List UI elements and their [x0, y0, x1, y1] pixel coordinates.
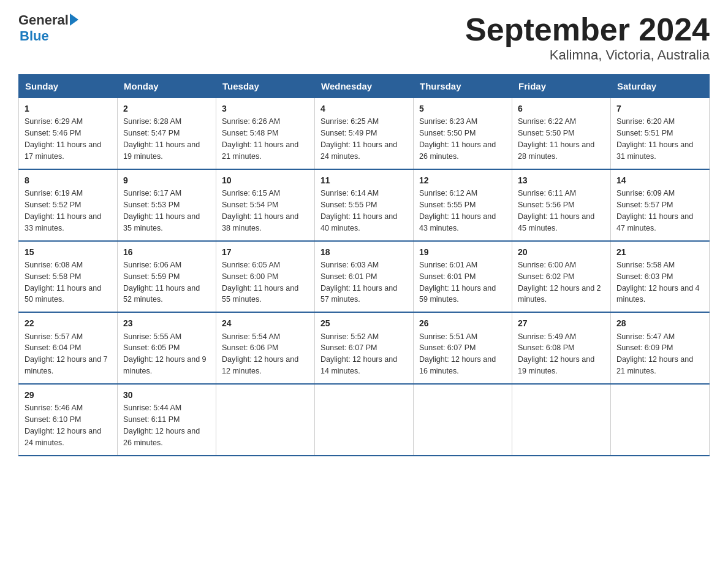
table-row: 21Sunrise: 5:58 AMSunset: 6:03 PMDayligh…	[611, 241, 710, 313]
day-info: Sunrise: 6:03 AMSunset: 6:01 PMDaylight:…	[320, 261, 397, 304]
day-info: Sunrise: 5:46 AMSunset: 6:10 PMDaylight:…	[25, 404, 101, 447]
day-info: Sunrise: 5:47 AMSunset: 6:09 PMDaylight:…	[616, 332, 693, 376]
day-info: Sunrise: 6:00 AMSunset: 6:02 PMDaylight:…	[518, 261, 601, 304]
day-number: 27	[518, 317, 605, 329]
table-row: 12Sunrise: 6:12 AMSunset: 5:55 PMDayligh…	[414, 169, 512, 241]
table-row: 27Sunrise: 5:49 AMSunset: 6:08 PMDayligh…	[512, 312, 611, 384]
table-row: 14Sunrise: 6:09 AMSunset: 5:57 PMDayligh…	[611, 169, 710, 241]
week-row-5: 29Sunrise: 5:46 AMSunset: 6:10 PMDayligh…	[19, 384, 710, 456]
calendar-table: Sunday Monday Tuesday Wednesday Thursday…	[18, 74, 710, 456]
table-row: 7Sunrise: 6:20 AMSunset: 5:51 PMDaylight…	[611, 98, 710, 169]
day-info: Sunrise: 6:14 AMSunset: 5:55 PMDaylight:…	[320, 189, 397, 232]
day-number: 26	[419, 317, 506, 329]
day-info: Sunrise: 6:23 AMSunset: 5:50 PMDaylight:…	[419, 117, 496, 161]
day-number: 11	[320, 174, 408, 186]
day-number: 10	[222, 174, 309, 186]
col-sunday: Sunday	[19, 75, 118, 98]
day-number: 4	[320, 102, 408, 115]
col-friday: Friday	[512, 75, 611, 98]
week-row-4: 22Sunrise: 5:57 AMSunset: 6:04 PMDayligh…	[19, 312, 710, 384]
day-number: 30	[123, 389, 210, 401]
day-number: 2	[123, 102, 210, 115]
table-row	[216, 384, 315, 456]
day-number: 24	[222, 317, 309, 329]
col-wednesday: Wednesday	[315, 75, 414, 98]
day-number: 12	[419, 174, 506, 186]
day-number: 19	[419, 246, 506, 258]
logo-general-text: General	[18, 12, 69, 28]
day-number: 3	[222, 102, 309, 115]
day-number: 25	[320, 317, 408, 329]
table-row: 11Sunrise: 6:14 AMSunset: 5:55 PMDayligh…	[315, 169, 414, 241]
table-row: 16Sunrise: 6:06 AMSunset: 5:59 PMDayligh…	[118, 241, 216, 313]
table-row: 10Sunrise: 6:15 AMSunset: 5:54 PMDayligh…	[216, 169, 315, 241]
table-row: 19Sunrise: 6:01 AMSunset: 6:01 PMDayligh…	[414, 241, 512, 313]
table-row: 18Sunrise: 6:03 AMSunset: 6:01 PMDayligh…	[315, 241, 414, 313]
table-row: 28Sunrise: 5:47 AMSunset: 6:09 PMDayligh…	[611, 312, 710, 384]
table-row: 26Sunrise: 5:51 AMSunset: 6:07 PMDayligh…	[414, 312, 512, 384]
page-header: General Blue September 2024 Kalimna, Vic…	[18, 12, 710, 63]
table-row: 29Sunrise: 5:46 AMSunset: 6:10 PMDayligh…	[19, 384, 118, 456]
day-info: Sunrise: 6:05 AMSunset: 6:00 PMDaylight:…	[222, 261, 298, 304]
day-info: Sunrise: 6:15 AMSunset: 5:54 PMDaylight:…	[222, 189, 298, 232]
day-info: Sunrise: 5:49 AMSunset: 6:08 PMDaylight:…	[518, 332, 594, 376]
col-thursday: Thursday	[414, 75, 512, 98]
day-info: Sunrise: 6:01 AMSunset: 6:01 PMDaylight:…	[419, 261, 496, 304]
day-number: 15	[25, 246, 112, 258]
table-row	[512, 384, 611, 456]
table-row: 5Sunrise: 6:23 AMSunset: 5:50 PMDaylight…	[414, 98, 512, 169]
day-info: Sunrise: 6:28 AMSunset: 5:47 PMDaylight:…	[123, 117, 200, 161]
day-number: 29	[25, 389, 112, 401]
logo-line1: General	[18, 12, 78, 28]
day-number: 9	[123, 174, 210, 186]
col-tuesday: Tuesday	[216, 75, 315, 98]
day-number: 1	[25, 102, 112, 115]
day-info: Sunrise: 6:20 AMSunset: 5:51 PMDaylight:…	[616, 117, 693, 161]
day-number: 13	[518, 174, 605, 186]
table-row: 22Sunrise: 5:57 AMSunset: 6:04 PMDayligh…	[19, 312, 118, 384]
table-row: 4Sunrise: 6:25 AMSunset: 5:49 PMDaylight…	[315, 98, 414, 169]
day-number: 14	[616, 174, 703, 186]
table-row: 24Sunrise: 5:54 AMSunset: 6:06 PMDayligh…	[216, 312, 315, 384]
day-info: Sunrise: 6:09 AMSunset: 5:57 PMDaylight:…	[616, 189, 693, 232]
title-block: September 2024 Kalimna, Victoria, Austra…	[465, 12, 710, 63]
table-row: 20Sunrise: 6:00 AMSunset: 6:02 PMDayligh…	[512, 241, 611, 313]
day-info: Sunrise: 5:51 AMSunset: 6:07 PMDaylight:…	[419, 332, 496, 376]
day-info: Sunrise: 5:52 AMSunset: 6:07 PMDaylight:…	[320, 332, 397, 376]
day-number: 21	[616, 246, 703, 258]
logo-arrow-icon	[70, 13, 78, 26]
day-info: Sunrise: 6:29 AMSunset: 5:46 PMDaylight:…	[25, 117, 101, 161]
table-row: 23Sunrise: 5:55 AMSunset: 6:05 PMDayligh…	[118, 312, 216, 384]
table-row: 8Sunrise: 6:19 AMSunset: 5:52 PMDaylight…	[19, 169, 118, 241]
week-row-2: 8Sunrise: 6:19 AMSunset: 5:52 PMDaylight…	[19, 169, 710, 241]
day-info: Sunrise: 6:08 AMSunset: 5:58 PMDaylight:…	[25, 261, 101, 304]
day-info: Sunrise: 6:19 AMSunset: 5:52 PMDaylight:…	[25, 189, 101, 232]
day-info: Sunrise: 6:26 AMSunset: 5:48 PMDaylight:…	[222, 117, 298, 161]
table-row: 25Sunrise: 5:52 AMSunset: 6:07 PMDayligh…	[315, 312, 414, 384]
week-row-1: 1Sunrise: 6:29 AMSunset: 5:46 PMDaylight…	[19, 98, 710, 169]
day-number: 17	[222, 246, 309, 258]
table-row: 6Sunrise: 6:22 AMSunset: 5:50 PMDaylight…	[512, 98, 611, 169]
day-number: 6	[518, 102, 605, 115]
day-number: 20	[518, 246, 605, 258]
table-row: 15Sunrise: 6:08 AMSunset: 5:58 PMDayligh…	[19, 241, 118, 313]
table-row: 30Sunrise: 5:44 AMSunset: 6:11 PMDayligh…	[118, 384, 216, 456]
table-row: 17Sunrise: 6:05 AMSunset: 6:00 PMDayligh…	[216, 241, 315, 313]
day-number: 22	[25, 317, 112, 329]
table-row: 1Sunrise: 6:29 AMSunset: 5:46 PMDaylight…	[19, 98, 118, 169]
calendar-title: September 2024	[465, 12, 710, 47]
day-number: 16	[123, 246, 210, 258]
table-row: 2Sunrise: 6:28 AMSunset: 5:47 PMDaylight…	[118, 98, 216, 169]
day-info: Sunrise: 5:58 AMSunset: 6:03 PMDaylight:…	[616, 261, 700, 304]
day-info: Sunrise: 6:12 AMSunset: 5:55 PMDaylight:…	[419, 189, 496, 232]
logo-blue-text: Blue	[20, 28, 49, 44]
col-saturday: Saturday	[611, 75, 710, 98]
table-row	[611, 384, 710, 456]
day-number: 7	[616, 102, 703, 115]
week-row-3: 15Sunrise: 6:08 AMSunset: 5:58 PMDayligh…	[19, 241, 710, 313]
table-row: 13Sunrise: 6:11 AMSunset: 5:56 PMDayligh…	[512, 169, 611, 241]
table-row: 9Sunrise: 6:17 AMSunset: 5:53 PMDaylight…	[118, 169, 216, 241]
day-number: 5	[419, 102, 506, 115]
logo: General Blue	[18, 12, 78, 44]
calendar-subtitle: Kalimna, Victoria, Australia	[465, 47, 710, 63]
